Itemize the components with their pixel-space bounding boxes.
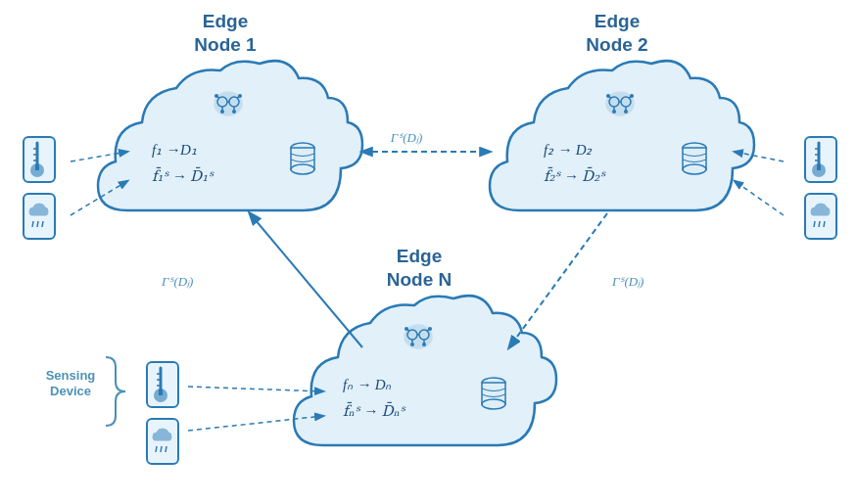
svg-point-42 — [482, 378, 505, 388]
svg-point-44 — [482, 399, 505, 409]
svg-rect-52 — [24, 194, 55, 239]
arrow-label-node1-node2: Γˢ(Dⱼ) — [390, 130, 422, 145]
svg-point-35 — [428, 327, 432, 331]
svg-line-6 — [216, 96, 219, 98]
sensor-left-rain — [24, 194, 55, 239]
svg-point-26 — [419, 330, 429, 340]
svg-point-1 — [217, 97, 227, 107]
arrow-label-node2-nodeN: Γˢ(Dⱼ) — [611, 274, 643, 289]
formula-node2-2: f̄₂ˢ → D̄₂ˢ — [544, 166, 606, 184]
svg-point-11 — [238, 94, 242, 98]
formula-nodeN-1: fₙ → Dₙ — [343, 377, 392, 392]
svg-point-32 — [410, 343, 414, 346]
svg-line-53 — [32, 221, 33, 227]
brain-nodeN — [405, 325, 432, 348]
svg-rect-56 — [805, 137, 836, 182]
sensor-bot2-line — [188, 416, 323, 431]
sensor-left2-line — [71, 181, 127, 215]
cloud-node1 — [98, 61, 362, 210]
svg-point-38 — [291, 164, 314, 174]
svg-point-13 — [609, 97, 619, 107]
svg-point-10 — [214, 94, 218, 98]
svg-point-2 — [229, 97, 239, 107]
svg-point-41 — [683, 164, 706, 174]
svg-point-39 — [683, 143, 706, 153]
svg-rect-43 — [482, 383, 505, 404]
svg-point-24 — [405, 325, 432, 348]
sensing-device-label-line2: Device — [50, 384, 91, 398]
svg-rect-74 — [147, 419, 178, 464]
brain-node1 — [214, 92, 242, 115]
sensor-bottom-rain — [147, 419, 178, 464]
svg-point-47 — [30, 163, 44, 177]
sensor-right2-line — [735, 181, 784, 215]
svg-line-18 — [608, 96, 611, 98]
arrow-nodeN-node1 — [250, 213, 362, 347]
formula-nodeN-2: f̄ₙˢ → D̄ₙˢ — [343, 401, 406, 419]
svg-line-77 — [166, 446, 167, 452]
svg-point-33 — [422, 343, 426, 346]
svg-line-31 — [427, 329, 430, 331]
svg-point-9 — [232, 110, 236, 114]
svg-point-12 — [606, 92, 634, 115]
svg-line-54 — [37, 221, 38, 227]
brain-node2 — [606, 92, 634, 115]
svg-line-75 — [156, 446, 157, 452]
svg-line-30 — [406, 329, 409, 331]
diagram: f₁ →D₁ f̄₁ˢ → D̄₁ˢ f₂ → D₂ f̄₂ˢ → D̄₂ˢ f… — [0, 0, 857, 504]
nodeN-title-line1: Edge — [397, 246, 442, 266]
formula-node1-1: f₁ →D₁ — [152, 142, 197, 158]
arrow-label-node1-nodeN: Γˢ(Dⱼ) — [161, 274, 193, 289]
svg-rect-63 — [805, 194, 836, 239]
svg-point-25 — [407, 330, 417, 340]
svg-rect-37 — [291, 148, 314, 169]
svg-point-36 — [291, 143, 314, 153]
svg-point-21 — [624, 110, 628, 114]
svg-point-23 — [630, 94, 634, 98]
svg-line-19 — [629, 96, 632, 98]
nodeN-title-line2: Node N — [387, 269, 452, 290]
svg-point-8 — [220, 110, 224, 114]
node1-title-line2: Node 1 — [194, 34, 257, 55]
node2-title-line2: Node 2 — [586, 34, 647, 55]
cloud-node2 — [490, 61, 754, 210]
svg-point-22 — [606, 94, 610, 98]
formula-node2-1: f₂ → D₂ — [544, 142, 593, 158]
sensor-right-thermometer — [805, 137, 836, 182]
svg-line-64 — [814, 221, 815, 227]
cloud-nodeN — [294, 296, 556, 445]
db-nodeN — [482, 378, 505, 409]
node2-title-line1: Edge — [595, 11, 640, 31]
sensor-right1-line — [735, 152, 784, 161]
sensor-right-rain — [805, 194, 836, 239]
svg-rect-67 — [147, 362, 178, 407]
svg-point-14 — [621, 97, 631, 107]
svg-point-58 — [812, 163, 826, 177]
sensor-bottom-thermometer — [147, 362, 178, 407]
svg-line-76 — [161, 446, 162, 452]
sensor-bot1-line — [188, 387, 323, 391]
sensing-device-label-line1: Sensing — [46, 368, 96, 383]
svg-point-20 — [612, 110, 616, 114]
sensor-left-thermometer — [24, 137, 55, 182]
arrows-overlay: f₁ →D₁ f̄₁ˢ → D̄₁ˢ f₂ → D₂ f̄₂ˢ → D̄₂ˢ f… — [0, 0, 857, 504]
svg-point-0 — [214, 92, 242, 115]
svg-line-7 — [237, 96, 240, 98]
svg-point-34 — [405, 327, 408, 331]
arrow-node2-nodeN — [509, 213, 607, 347]
formula-node1-2: f̄₁ˢ → D̄₁ˢ — [152, 166, 214, 184]
svg-line-65 — [819, 221, 820, 227]
db-node1 — [291, 143, 314, 174]
sensor-left1-line — [71, 152, 127, 161]
svg-rect-40 — [683, 148, 706, 169]
svg-point-69 — [154, 389, 167, 402]
db-node2 — [683, 143, 706, 174]
svg-rect-45 — [24, 137, 55, 182]
node1-title-line1: Edge — [203, 11, 248, 31]
svg-line-55 — [42, 221, 43, 227]
svg-line-66 — [824, 221, 825, 227]
curly-brace — [106, 357, 125, 426]
